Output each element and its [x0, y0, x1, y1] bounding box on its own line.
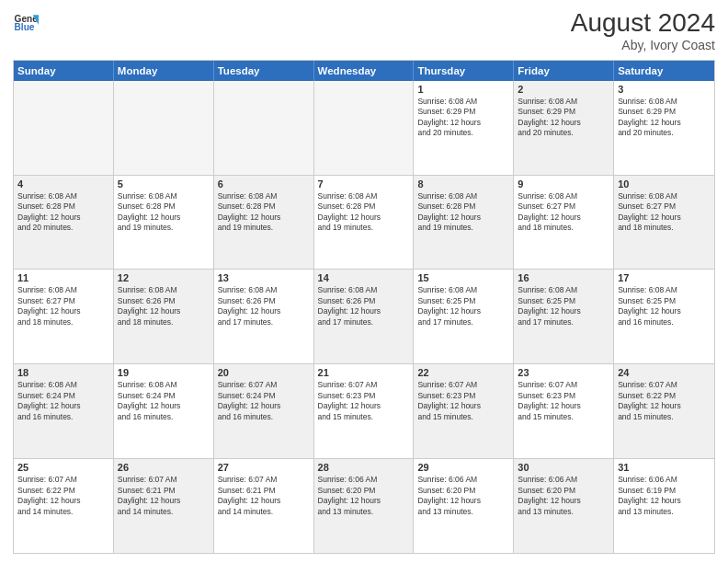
cal-cell: 1Sunrise: 6:08 AM Sunset: 6:29 PM Daylig…: [414, 81, 514, 175]
cal-cell: 15Sunrise: 6:08 AM Sunset: 6:25 PM Dayli…: [414, 270, 514, 363]
cal-cell: 16Sunrise: 6:08 AM Sunset: 6:25 PM Dayli…: [514, 270, 614, 363]
day-number: 20: [218, 367, 310, 378]
cell-info: Sunrise: 6:07 AM Sunset: 6:21 PM Dayligh…: [118, 475, 210, 517]
day-header-tuesday: Tuesday: [214, 61, 314, 81]
day-number: 1: [417, 84, 509, 95]
cell-info: Sunrise: 6:08 AM Sunset: 6:24 PM Dayligh…: [17, 380, 109, 422]
cal-cell: 27Sunrise: 6:07 AM Sunset: 6:21 PM Dayli…: [214, 459, 314, 553]
day-number: 22: [417, 367, 509, 378]
cal-cell: 9Sunrise: 6:08 AM Sunset: 6:27 PM Daylig…: [514, 176, 614, 270]
day-number: 17: [618, 272, 711, 283]
day-number: 16: [518, 272, 609, 283]
day-number: 15: [417, 272, 509, 283]
day-header-saturday: Saturday: [614, 61, 714, 81]
cal-cell: 20Sunrise: 6:07 AM Sunset: 6:24 PM Dayli…: [214, 364, 314, 458]
cell-info: Sunrise: 6:08 AM Sunset: 6:26 PM Dayligh…: [318, 285, 410, 327]
day-header-wednesday: Wednesday: [314, 61, 415, 81]
day-number: 2: [518, 84, 609, 95]
cell-info: Sunrise: 6:06 AM Sunset: 6:20 PM Dayligh…: [417, 475, 509, 517]
day-number: 7: [318, 178, 410, 190]
main-title: August 2024: [571, 9, 715, 38]
cell-info: Sunrise: 6:08 AM Sunset: 6:28 PM Dayligh…: [17, 191, 109, 234]
cal-cell: 31Sunrise: 6:06 AM Sunset: 6:19 PM Dayli…: [614, 459, 714, 553]
logo: General Blue: [13, 9, 39, 35]
sub-title: Aby, Ivory Coast: [571, 38, 715, 52]
cell-info: Sunrise: 6:08 AM Sunset: 6:25 PM Dayligh…: [618, 285, 711, 327]
calendar-row-4: 25Sunrise: 6:07 AM Sunset: 6:22 PM Dayli…: [14, 459, 714, 553]
cal-cell: [214, 81, 314, 175]
cal-cell: 29Sunrise: 6:06 AM Sunset: 6:20 PM Dayli…: [414, 459, 514, 553]
cell-info: Sunrise: 6:07 AM Sunset: 6:23 PM Dayligh…: [518, 380, 609, 422]
cal-cell: 7Sunrise: 6:08 AM Sunset: 6:28 PM Daylig…: [314, 176, 415, 270]
cal-cell: 24Sunrise: 6:07 AM Sunset: 6:22 PM Dayli…: [614, 364, 714, 458]
day-number: 3: [618, 84, 711, 95]
cal-cell: 19Sunrise: 6:08 AM Sunset: 6:24 PM Dayli…: [114, 364, 214, 458]
day-number: 8: [417, 178, 509, 190]
cal-cell: 11Sunrise: 6:08 AM Sunset: 6:27 PM Dayli…: [14, 270, 114, 363]
cal-cell: 23Sunrise: 6:07 AM Sunset: 6:23 PM Dayli…: [514, 364, 614, 458]
calendar-body: 1Sunrise: 6:08 AM Sunset: 6:29 PM Daylig…: [14, 81, 714, 553]
cell-info: Sunrise: 6:08 AM Sunset: 6:25 PM Dayligh…: [518, 285, 609, 327]
cal-cell: 17Sunrise: 6:08 AM Sunset: 6:25 PM Dayli…: [614, 270, 714, 363]
day-number: 10: [618, 178, 711, 190]
cell-info: Sunrise: 6:07 AM Sunset: 6:22 PM Dayligh…: [618, 380, 711, 422]
day-number: 12: [118, 272, 210, 283]
day-header-sunday: Sunday: [14, 61, 114, 81]
cell-info: Sunrise: 6:06 AM Sunset: 6:20 PM Dayligh…: [318, 475, 410, 517]
day-number: 25: [17, 462, 109, 473]
page: General Blue August 2024 Aby, Ivory Coas…: [0, 0, 728, 563]
day-number: 19: [118, 367, 210, 378]
cal-cell: 12Sunrise: 6:08 AM Sunset: 6:26 PM Dayli…: [114, 270, 214, 363]
day-number: 6: [218, 178, 310, 190]
cell-info: Sunrise: 6:08 AM Sunset: 6:28 PM Dayligh…: [118, 191, 210, 234]
calendar-row-1: 4Sunrise: 6:08 AM Sunset: 6:28 PM Daylig…: [14, 176, 714, 270]
cal-cell: 21Sunrise: 6:07 AM Sunset: 6:23 PM Dayli…: [314, 364, 415, 458]
cal-cell: 2Sunrise: 6:08 AM Sunset: 6:29 PM Daylig…: [514, 81, 614, 175]
cal-cell: 18Sunrise: 6:08 AM Sunset: 6:24 PM Dayli…: [14, 364, 114, 458]
cell-info: Sunrise: 6:07 AM Sunset: 6:21 PM Dayligh…: [218, 475, 310, 517]
day-number: 29: [417, 462, 509, 473]
cell-info: Sunrise: 6:08 AM Sunset: 6:28 PM Dayligh…: [218, 191, 310, 234]
cell-info: Sunrise: 6:08 AM Sunset: 6:28 PM Dayligh…: [417, 191, 509, 234]
cell-info: Sunrise: 6:07 AM Sunset: 6:24 PM Dayligh…: [218, 380, 310, 422]
day-number: 9: [518, 178, 609, 190]
day-header-friday: Friday: [514, 61, 614, 81]
day-number: 26: [118, 462, 210, 473]
day-number: 5: [118, 178, 210, 190]
cal-cell: 14Sunrise: 6:08 AM Sunset: 6:26 PM Dayli…: [314, 270, 415, 363]
cell-info: Sunrise: 6:08 AM Sunset: 6:27 PM Dayligh…: [518, 191, 609, 234]
day-number: 30: [518, 462, 609, 473]
cal-cell: [114, 81, 214, 175]
header: General Blue August 2024 Aby, Ivory Coas…: [13, 9, 715, 52]
day-number: 27: [218, 462, 310, 473]
cell-info: Sunrise: 6:08 AM Sunset: 6:29 PM Dayligh…: [618, 97, 711, 139]
cell-info: Sunrise: 6:08 AM Sunset: 6:26 PM Dayligh…: [118, 285, 210, 327]
day-number: 23: [518, 367, 609, 378]
cell-info: Sunrise: 6:08 AM Sunset: 6:26 PM Dayligh…: [218, 285, 310, 327]
cal-cell: 6Sunrise: 6:08 AM Sunset: 6:28 PM Daylig…: [214, 176, 314, 270]
day-header-monday: Monday: [114, 61, 214, 81]
calendar-row-2: 11Sunrise: 6:08 AM Sunset: 6:27 PM Dayli…: [14, 270, 714, 364]
day-number: 4: [17, 178, 109, 190]
cal-cell: 10Sunrise: 6:08 AM Sunset: 6:27 PM Dayli…: [614, 176, 714, 270]
day-number: 13: [218, 272, 310, 283]
cal-cell: 26Sunrise: 6:07 AM Sunset: 6:21 PM Dayli…: [114, 459, 214, 553]
day-number: 31: [618, 462, 711, 473]
cal-cell: 25Sunrise: 6:07 AM Sunset: 6:22 PM Dayli…: [14, 459, 114, 553]
cell-info: Sunrise: 6:08 AM Sunset: 6:27 PM Dayligh…: [17, 285, 109, 327]
cell-info: Sunrise: 6:08 AM Sunset: 6:27 PM Dayligh…: [618, 191, 711, 234]
day-number: 14: [318, 272, 410, 283]
cell-info: Sunrise: 6:08 AM Sunset: 6:29 PM Dayligh…: [518, 97, 609, 139]
day-number: 18: [17, 367, 109, 378]
cal-cell: [314, 81, 415, 175]
logo-icon: General Blue: [13, 9, 39, 35]
cal-cell: 3Sunrise: 6:08 AM Sunset: 6:29 PM Daylig…: [614, 81, 714, 175]
cal-cell: 13Sunrise: 6:08 AM Sunset: 6:26 PM Dayli…: [214, 270, 314, 363]
day-number: 11: [17, 272, 109, 283]
day-number: 28: [318, 462, 410, 473]
day-header-thursday: Thursday: [414, 61, 514, 81]
cell-info: Sunrise: 6:06 AM Sunset: 6:20 PM Dayligh…: [518, 475, 609, 517]
cal-cell: 30Sunrise: 6:06 AM Sunset: 6:20 PM Dayli…: [514, 459, 614, 553]
calendar-header: SundayMondayTuesdayWednesdayThursdayFrid…: [14, 61, 714, 81]
cal-cell: 5Sunrise: 6:08 AM Sunset: 6:28 PM Daylig…: [114, 176, 214, 270]
